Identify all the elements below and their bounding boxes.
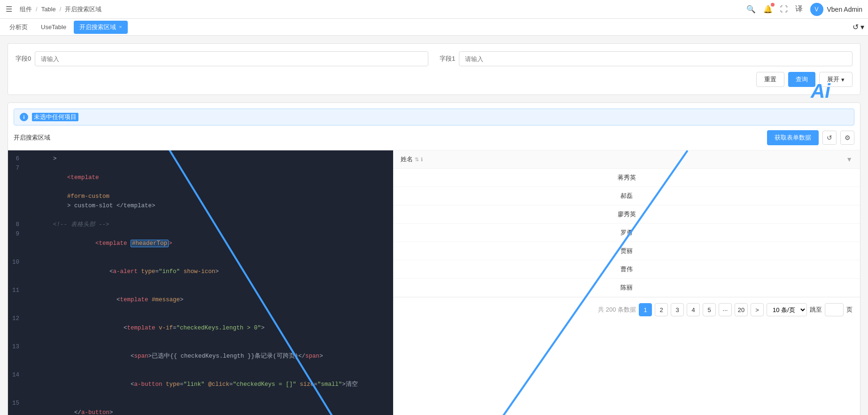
main-content: 字段0 字段1 重置 查询 展开 ▾ i 未选中任何项目 开启搜索区域: [0, 36, 868, 415]
code-panel: 6 > 7 <template #form-custom > custom-sl…: [8, 150, 393, 415]
info-bar: i 未选中任何项目: [14, 109, 854, 125]
page-btn-2[interactable]: 2: [655, 303, 668, 316]
table-row: 贾丽: [393, 242, 860, 260]
user-info[interactable]: V Vben Admin: [810, 3, 863, 16]
td-name-1: 郝磊: [401, 192, 852, 200]
td-name-0: 蒋秀英: [401, 173, 852, 182]
page-size-select[interactable]: 10 条/页 20 条/页 50 条/页: [767, 303, 807, 316]
field0-label: 字段0: [16, 55, 31, 63]
td-name-2: 廖秀英: [401, 210, 852, 219]
code-line-12: 12 <template v-if="checkedKeys.length > …: [8, 314, 393, 342]
page-btn-5[interactable]: 5: [703, 303, 716, 316]
table-row: 蒋秀英: [393, 169, 860, 187]
search-actions: 重置 查询 展开 ▾: [16, 72, 852, 87]
code-line-14: 14 <a-button type="link" @click="checked…: [8, 370, 393, 399]
translate-icon[interactable]: 译: [795, 4, 803, 14]
page-btn-1[interactable]: 1: [639, 303, 652, 316]
table-toolbar: 开启搜索区域 获取表单数据 ↺ ⚙: [8, 125, 860, 150]
breadcrumb-sep-1: /: [36, 6, 38, 13]
table-row: 廖秀英: [393, 205, 860, 224]
code-line-7: 7 <template #form-custom > custom-slot <…: [8, 164, 393, 220]
query-button[interactable]: 查询: [788, 72, 815, 87]
table-row: 陈丽: [393, 279, 860, 297]
tab-usetable-label: UseTable: [41, 23, 66, 31]
field1-input[interactable]: [459, 51, 852, 66]
code-line-8: 8 <!-- 表格头部 -->: [8, 220, 393, 229]
tab-analysis[interactable]: 分析页: [4, 21, 33, 34]
tabs-bar: 分析页 UseTable 开启搜索区域 × ↺ ▾: [0, 19, 868, 36]
code-line-10: 10 <a-alert type="info" show-icon>: [8, 258, 393, 286]
jump-label: 跳至: [810, 305, 822, 314]
page-btn-ellipsis: ···: [719, 303, 732, 316]
td-name-3: 罗勇: [401, 228, 852, 237]
page-btn-4[interactable]: 4: [687, 303, 700, 316]
code-line-9: 9 <template #headerTop>: [8, 229, 393, 258]
top-bar-right: 🔍 🔔 ⛶ 译 V Vben Admin: [746, 3, 863, 16]
code-line-15: 15 </a-button>: [8, 399, 393, 415]
avatar: V: [810, 3, 823, 16]
pagination: 共 200 条数据 1 2 3 4 5 ··· 20 > 10 条/页 20 条…: [393, 297, 860, 322]
content-wrapper: 6 > 7 <template #form-custom > custom-sl…: [8, 150, 860, 415]
info-highlight-text: 未选中任何项目: [32, 113, 78, 121]
page-label: 页: [846, 305, 852, 314]
page-next-icon[interactable]: >: [751, 303, 764, 316]
table-row: 曹伟: [393, 260, 860, 279]
tab-close-icon[interactable]: ×: [119, 24, 122, 30]
info-icon: i: [20, 113, 28, 121]
td-name-4: 贾丽: [401, 247, 852, 255]
top-bar-left: ☰ 组件 / Table / 开启搜索区域: [6, 5, 101, 14]
tab-more-icon[interactable]: ▾: [860, 23, 864, 31]
table-section: i 未选中任何项目 开启搜索区域 获取表单数据 ↺ ⚙ 6 >: [8, 102, 860, 415]
tab-refresh-icon[interactable]: ↺: [852, 23, 859, 31]
toolbar-right: 获取表单数据 ↺ ⚙: [767, 130, 854, 145]
get-form-data-button[interactable]: 获取表单数据: [767, 130, 819, 145]
field0-group: 字段0: [16, 51, 428, 66]
tab-search-label: 开启搜索区域: [79, 23, 116, 31]
th-info-icon: ℹ: [421, 157, 423, 163]
total-text: 共 200 条数据: [598, 305, 636, 314]
expand-button[interactable]: 展开 ▾: [819, 72, 852, 87]
table-title: 开启搜索区域: [14, 133, 50, 142]
page-jump-input[interactable]: [825, 303, 844, 316]
code-line-11: 11 <template #message>: [8, 286, 393, 314]
page-btn-20[interactable]: 20: [735, 303, 748, 316]
tab-usetable[interactable]: UseTable: [35, 21, 72, 34]
table-row: 郝磊: [393, 187, 860, 205]
notification-badge: [771, 3, 775, 7]
table-refresh-icon[interactable]: ↺: [822, 131, 837, 145]
top-bar: ☰ 组件 / Table / 开启搜索区域 🔍 🔔 ⛶ 译 V Vben Adm…: [0, 0, 868, 19]
th-filter-icon[interactable]: ▼: [846, 156, 852, 163]
page-btn-3[interactable]: 3: [671, 303, 684, 316]
search-icon[interactable]: 🔍: [746, 5, 756, 14]
td-name-5: 曹伟: [401, 265, 852, 274]
tab-analysis-label: 分析页: [9, 23, 28, 31]
breadcrumb-table: Table: [41, 6, 56, 13]
table-header: 姓名 ⇅ ℹ ▼: [393, 150, 860, 169]
field1-label: 字段1: [440, 55, 455, 63]
search-form: 字段0 字段1: [16, 51, 852, 66]
search-area: 字段0 字段1 重置 查询 展开 ▾: [8, 43, 860, 95]
menu-icon[interactable]: ☰: [6, 5, 12, 14]
bell-icon[interactable]: 🔔: [763, 5, 773, 14]
breadcrumb-sep-2: /: [60, 6, 62, 13]
reset-button[interactable]: 重置: [756, 72, 784, 87]
code-line-6: 6 >: [8, 154, 393, 164]
table-row: 罗勇: [393, 224, 860, 242]
th-name: 姓名 ⇅ ℹ: [401, 155, 846, 164]
user-name: Vben Admin: [827, 6, 863, 13]
breadcrumb-component: 组件: [20, 5, 32, 14]
expand-label: 展开: [827, 75, 839, 84]
expand-chevron-icon: ▾: [841, 76, 845, 83]
tab-search[interactable]: 开启搜索区域 ×: [74, 21, 127, 34]
breadcrumb-current: 开启搜索区域: [65, 5, 101, 14]
field0-input[interactable]: [35, 51, 428, 66]
field1-group: 字段1: [440, 51, 852, 66]
th-sort-icon[interactable]: ⇅: [415, 157, 419, 163]
table-panel: 姓名 ⇅ ℹ ▼ 蒋秀英 郝磊 廖秀英 罗勇: [393, 150, 860, 415]
code-line-13: 13 <span>已选中{{ checkedKeys.length }}条记录(…: [8, 342, 393, 370]
td-name-6: 陈丽: [401, 283, 852, 292]
table-settings-icon[interactable]: ⚙: [840, 131, 854, 145]
fullscreen-icon[interactable]: ⛶: [780, 5, 788, 14]
